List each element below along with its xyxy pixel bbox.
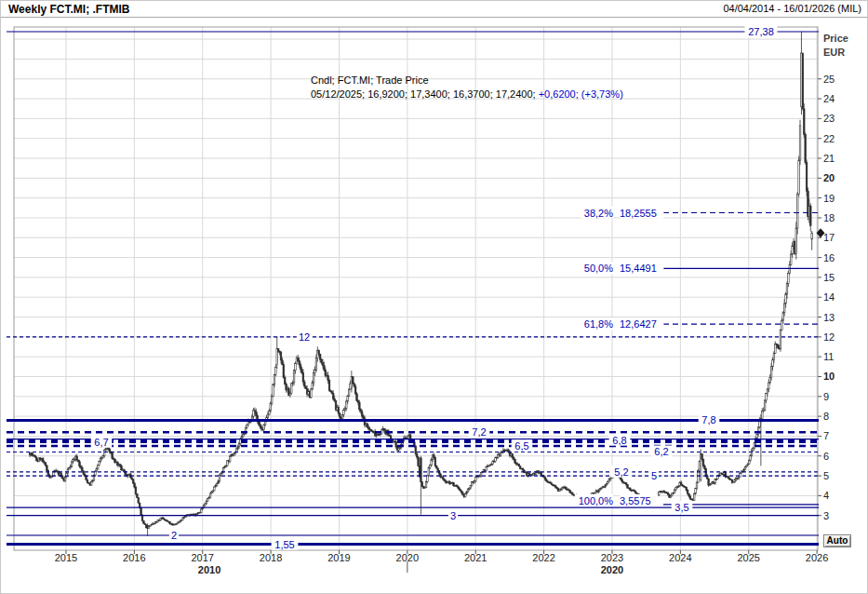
candle-body	[222, 467, 224, 471]
candle-body	[434, 457, 436, 466]
y-tick-label: 18	[823, 212, 835, 223]
candle-body	[744, 467, 746, 470]
candle-body	[135, 487, 137, 493]
candle-body	[347, 396, 349, 401]
candle-body	[428, 467, 430, 476]
candle-body	[324, 366, 326, 371]
candle-body	[284, 377, 286, 384]
candle-body	[786, 283, 788, 293]
decade-label: 2010	[198, 564, 220, 575]
candle-body	[295, 364, 297, 371]
candle-body	[756, 435, 758, 439]
candle-body	[343, 410, 345, 414]
candle-body	[780, 330, 781, 348]
candle-body	[112, 453, 114, 459]
candle-body	[96, 469, 98, 472]
candle-body	[87, 479, 88, 482]
candle-body	[282, 360, 284, 365]
candle-body	[132, 479, 134, 483]
y-tick-label: 25	[823, 74, 835, 85]
candle-body	[809, 206, 811, 225]
candle-body	[280, 352, 282, 360]
candle-body	[675, 488, 677, 490]
candle-body	[458, 487, 460, 489]
candle-body	[97, 466, 99, 469]
candle-body	[686, 487, 688, 490]
candle-body	[544, 477, 546, 479]
y-tick-label: 19	[823, 193, 835, 204]
candle-body	[792, 246, 794, 254]
candle-body	[331, 392, 333, 394]
level-label: 7,8	[701, 414, 715, 425]
candle-body	[395, 441, 397, 447]
currency-label: EUR	[823, 46, 848, 60]
candle-body	[300, 365, 301, 370]
candle-body	[82, 467, 84, 471]
x-tick-label: 2021	[464, 552, 487, 563]
candle-body	[348, 389, 350, 396]
fib-pct-label: 61,8%	[584, 318, 613, 330]
chart-window: Weekly FCT.MI; .FTMIB 04/04/2014 - 16/01…	[0, 0, 868, 594]
candle-body	[799, 126, 801, 160]
candle-body	[241, 437, 243, 439]
candle-body	[47, 466, 48, 470]
candle-body	[467, 489, 469, 492]
candle-body	[773, 353, 775, 359]
candle-body	[327, 375, 329, 380]
candle-body	[764, 400, 766, 411]
candle-body	[418, 457, 420, 466]
candle-body	[311, 389, 313, 398]
candle-body	[435, 466, 437, 468]
candle-body	[803, 109, 805, 134]
candle-body	[76, 456, 78, 460]
x-tick-label: 2023	[601, 552, 623, 563]
x-tick-label: 2022	[532, 552, 554, 563]
x-tick-label: 2026	[806, 552, 828, 563]
candle-body	[782, 313, 784, 320]
candle-body	[811, 233, 813, 239]
level-label: 5	[651, 470, 657, 481]
candle-body	[566, 487, 568, 489]
y-tick-label: 6	[823, 451, 829, 462]
candle-body	[61, 477, 63, 479]
y-tick-label: 13	[823, 312, 835, 323]
candle-body	[303, 382, 305, 386]
price-label: Price	[823, 32, 848, 46]
y-tick-label: 22	[823, 133, 835, 144]
candle-body	[103, 451, 105, 456]
candle-body	[100, 458, 101, 461]
candle-body	[293, 371, 295, 383]
candle-body	[238, 443, 240, 446]
candle-body	[275, 367, 277, 374]
candle-body	[114, 459, 116, 462]
level-label: 1,55	[274, 539, 294, 550]
candle-body	[608, 479, 610, 482]
x-tick-label: 2019	[327, 552, 350, 563]
candle-body	[761, 412, 763, 419]
fib-value-label: 15,4491	[620, 263, 657, 274]
candle-body	[425, 482, 427, 488]
candle-body	[775, 344, 777, 354]
x-tick-label: 2024	[669, 552, 691, 563]
candle-body	[427, 476, 429, 482]
candle-body	[777, 345, 779, 348]
y-tick-label: 3	[823, 510, 829, 521]
fib-value-label: 3,5575	[620, 495, 651, 506]
fib-pct-label: 50,0%	[584, 263, 613, 274]
y-axis-title: Price EUR	[823, 32, 848, 60]
candle-body	[687, 491, 688, 494]
candle-body	[798, 160, 800, 194]
candle-body	[767, 389, 768, 394]
fib-value-label: 12,6427	[620, 318, 657, 330]
candle-body	[598, 490, 600, 492]
candle-body	[750, 455, 752, 460]
candle-body	[805, 134, 807, 162]
candle-body	[301, 370, 303, 372]
candle-body	[680, 482, 682, 485]
candle-body	[200, 509, 202, 512]
candle-body	[32, 453, 33, 455]
level-label: 5,2	[614, 466, 628, 478]
candle-body	[689, 496, 691, 499]
auto-scale-button[interactable]: Auto	[823, 534, 851, 547]
candle-body	[674, 490, 675, 493]
